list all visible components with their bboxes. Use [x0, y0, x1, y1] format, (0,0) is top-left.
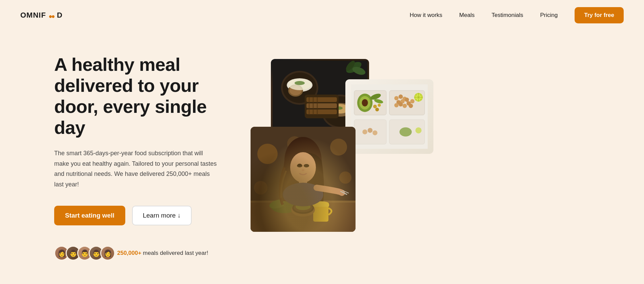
svg-point-44: [410, 99, 415, 103]
svg-line-82: [343, 190, 349, 193]
svg-point-54: [362, 129, 367, 134]
food-illustration-right: [347, 84, 432, 149]
main-nav: How it works Meals Testimonials Pricing …: [410, 7, 624, 23]
hero-description: The smart 365-days-per-year food subscri…: [54, 148, 217, 189]
logo-text-before: OMNIF: [20, 11, 46, 20]
svg-point-76: [296, 203, 310, 210]
svg-point-30: [373, 105, 377, 108]
svg-point-63: [339, 171, 351, 184]
svg-line-81: [340, 191, 347, 195]
logo-infinity-icon: [46, 13, 57, 18]
svg-point-40: [394, 103, 399, 107]
social-proof: 👩 👨 👨 👨 👩 250,000+ meals delivered last …: [54, 246, 217, 261]
svg-rect-59: [251, 127, 356, 232]
svg-point-34: [394, 96, 399, 100]
svg-point-62: [254, 181, 267, 195]
svg-point-41: [399, 102, 403, 106]
svg-point-61: [330, 139, 347, 156]
nav-meals[interactable]: Meals: [459, 12, 474, 19]
svg-point-69: [313, 201, 329, 205]
svg-point-78: [290, 152, 316, 183]
svg-point-32: [375, 108, 379, 111]
header: OMNIF D How it works Meals Testimonials …: [0, 0, 644, 31]
food-image-containers: [345, 79, 433, 154]
svg-rect-17: [306, 97, 337, 102]
hero-content: A healthy meal delivered to your door, e…: [54, 54, 230, 261]
nav-pricing[interactable]: Pricing: [540, 12, 558, 19]
avatar: 👩: [100, 246, 115, 261]
svg-point-42: [403, 104, 407, 108]
social-proof-text: 250,000+ meals delivered last year!: [117, 250, 208, 257]
svg-rect-65: [251, 201, 356, 232]
svg-rect-19: [306, 109, 337, 114]
svg-rect-68: [313, 203, 329, 207]
svg-point-31: [378, 104, 381, 107]
svg-point-77: [284, 137, 322, 184]
svg-point-84: [298, 164, 302, 166]
svg-point-39: [405, 98, 409, 102]
svg-point-60: [257, 144, 278, 164]
logo[interactable]: OMNIF D: [20, 11, 63, 20]
svg-rect-66: [251, 201, 356, 203]
svg-point-85: [304, 164, 309, 167]
food-illustration-bottom: [251, 127, 356, 232]
svg-point-86: [302, 169, 304, 171]
nav-how-it-works[interactable]: How it works: [410, 12, 442, 19]
nav-testimonials[interactable]: Testimonials: [492, 12, 523, 19]
try-for-free-button[interactable]: Try for free: [575, 7, 624, 23]
learn-more-button[interactable]: Learn more ↓: [132, 206, 192, 225]
svg-rect-67: [313, 205, 328, 222]
svg-point-83: [297, 164, 302, 167]
svg-rect-79: [299, 179, 307, 189]
start-eating-well-button[interactable]: Start eating well: [54, 206, 125, 225]
logo-text-after: D: [57, 11, 63, 20]
svg-point-80: [283, 183, 323, 206]
svg-point-75: [294, 203, 313, 212]
svg-point-71: [269, 198, 287, 210]
svg-point-64: [287, 136, 302, 151]
svg-point-58: [415, 127, 422, 134]
svg-point-73: [291, 203, 315, 217]
svg-point-72: [283, 200, 299, 209]
svg-point-27: [362, 99, 368, 106]
svg-point-70: [271, 200, 298, 213]
svg-point-55: [368, 128, 372, 133]
hero-buttons: Start eating well Learn more ↓: [54, 206, 217, 225]
customer-avatars: 👩 👨 👨 👨 👩: [54, 246, 112, 261]
svg-point-35: [399, 95, 403, 99]
svg-point-57: [400, 127, 412, 137]
hero-images: [251, 59, 624, 256]
food-image-person-eating: [251, 127, 356, 232]
svg-point-74: [292, 202, 314, 214]
meals-count: 250,000+: [117, 250, 141, 256]
svg-rect-18: [306, 103, 337, 108]
svg-point-56: [372, 130, 377, 135]
svg-point-45: [409, 104, 413, 108]
svg-point-10: [295, 81, 305, 85]
hero-title: A healthy meal delivered to your door, e…: [54, 54, 217, 138]
hero-section: A healthy meal delivered to your door, e…: [0, 31, 644, 284]
